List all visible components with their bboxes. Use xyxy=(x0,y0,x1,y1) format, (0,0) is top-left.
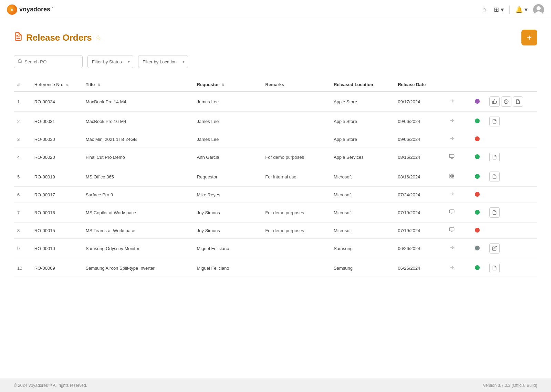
tools-button[interactable]: ⊞ ▾ xyxy=(492,4,506,16)
row-title: Surface Pro 9 xyxy=(82,187,194,203)
row-num: 1 xyxy=(14,92,31,112)
row-location: Apple Services xyxy=(330,147,394,167)
row-date: 08/16/2024 xyxy=(394,147,446,167)
col-header-requestor[interactable]: Requestor ⇅ xyxy=(194,78,262,92)
row-status-icon xyxy=(446,92,471,112)
row-actions xyxy=(486,258,537,278)
row-num: 4 xyxy=(14,147,31,167)
row-date: 09/17/2024 xyxy=(394,92,446,112)
page-header: Release Orders ☆ + xyxy=(14,30,537,45)
logo-icon: e xyxy=(7,4,17,15)
location-filter[interactable]: Filter by Location xyxy=(138,55,188,68)
svg-rect-15 xyxy=(450,174,451,176)
row-requestor: James Lee xyxy=(194,112,262,131)
row-remarks: For internal use xyxy=(262,167,330,187)
add-release-order-button[interactable]: + xyxy=(521,30,537,45)
row-remarks xyxy=(262,239,330,258)
row-title: MacBook Pro 14 M4 xyxy=(82,92,194,112)
svg-rect-12 xyxy=(450,154,454,157)
favorite-button[interactable]: ☆ xyxy=(95,34,101,41)
svg-line-6 xyxy=(21,62,22,63)
row-ref: RO-00016 xyxy=(31,203,82,223)
row-actions xyxy=(486,223,537,239)
row-title: Mac Mini 2021 1TB 24GB xyxy=(82,131,194,147)
sort-requestor-icon: ⇅ xyxy=(221,83,224,87)
row-title: Samsung Odyssey Monitor xyxy=(82,239,194,258)
svg-point-5 xyxy=(18,59,21,62)
action-doc-button[interactable] xyxy=(489,207,500,218)
table-row: 6 RO-00017 Surface Pro 9 Mike Reyes Micr… xyxy=(14,187,537,203)
row-actions xyxy=(486,112,537,131)
row-date: 07/24/2024 xyxy=(394,187,446,203)
app-footer: © 2024 Voyadores™ All rights reserved. V… xyxy=(0,379,551,392)
table-row: 3 RO-00030 Mac Mini 2021 1TB 24GB James … xyxy=(14,131,537,147)
col-header-ref[interactable]: Reference No. ⇅ xyxy=(31,78,82,92)
main-content: Release Orders ☆ + Filter by Status Filt… xyxy=(0,19,551,379)
row-date: 06/26/2024 xyxy=(394,239,446,258)
action-doc-button[interactable] xyxy=(513,96,523,107)
table-header: # Reference No. ⇅ Title ⇅ Requestor ⇅ Re… xyxy=(14,78,537,92)
notifications-button[interactable]: 🔔 ▾ xyxy=(513,4,530,16)
row-dot xyxy=(471,187,486,203)
row-requestor: Mike Reyes xyxy=(194,187,262,203)
page-title: Release Orders xyxy=(26,32,92,43)
row-title: MacBook Pro 16 M4 xyxy=(82,112,194,131)
sort-ref-icon: ⇅ xyxy=(66,83,69,87)
svg-point-1 xyxy=(537,6,541,10)
logo-area: e voyadores™ xyxy=(7,4,480,15)
action-edit-button[interactable] xyxy=(489,243,500,254)
avatar[interactable] xyxy=(533,4,544,15)
search-input[interactable] xyxy=(24,59,79,64)
svg-rect-18 xyxy=(450,176,451,178)
row-requestor: Requestor xyxy=(194,167,262,187)
row-actions xyxy=(486,147,537,167)
action-doc-button[interactable] xyxy=(489,263,500,273)
page-title-icon xyxy=(14,32,23,43)
col-header-num: # xyxy=(14,78,31,92)
search-box xyxy=(14,55,83,68)
header-separator xyxy=(509,6,510,14)
action-doc-button[interactable] xyxy=(489,172,500,182)
header-actions: ⌂ ⊞ ▾ 🔔 ▾ xyxy=(480,4,544,16)
row-location: Microsoft xyxy=(330,223,394,239)
row-title: MS Teams at Workspace xyxy=(82,223,194,239)
col-header-title[interactable]: Title ⇅ xyxy=(82,78,194,92)
row-status-icon xyxy=(446,131,471,147)
row-remarks xyxy=(262,187,330,203)
row-location: Samsung xyxy=(330,239,394,258)
row-requestor: James Lee xyxy=(194,131,262,147)
release-orders-table: # Reference No. ⇅ Title ⇅ Requestor ⇅ Re… xyxy=(14,78,537,278)
row-status-icon xyxy=(446,258,471,278)
row-status-icon xyxy=(446,112,471,131)
action-cancel-button[interactable] xyxy=(501,96,511,107)
action-doc-button[interactable] xyxy=(489,152,500,162)
row-remarks: For demo purposes xyxy=(262,203,330,223)
row-dot xyxy=(471,92,486,112)
row-requestor: James Lee xyxy=(194,92,262,112)
row-num: 7 xyxy=(14,203,31,223)
row-actions xyxy=(486,131,537,147)
logo-text: voyadores™ xyxy=(19,6,53,13)
location-filter-wrapper: Filter by Location xyxy=(138,55,188,68)
row-ref: RO-00034 xyxy=(31,92,82,112)
table-row: 9 RO-00010 Samsung Odyssey Monitor Migue… xyxy=(14,239,537,258)
row-date: 07/19/2024 xyxy=(394,223,446,239)
home-button[interactable]: ⌂ xyxy=(480,4,488,15)
row-remarks: For demo purposes xyxy=(262,223,330,239)
row-ref: RO-00010 xyxy=(31,239,82,258)
row-dot xyxy=(471,167,486,187)
status-filter[interactable]: Filter by Status xyxy=(87,55,133,68)
row-title: MS Copilot at Workspace xyxy=(82,203,194,223)
row-num: 6 xyxy=(14,187,31,203)
page-title-area: Release Orders ☆ xyxy=(14,32,101,43)
row-date: 09/06/2024 xyxy=(394,112,446,131)
row-dot xyxy=(471,203,486,223)
row-title: MS Office 365 xyxy=(82,167,194,187)
row-requestor: Joy Simons xyxy=(194,203,262,223)
action-thumb-button[interactable] xyxy=(489,96,500,107)
svg-line-9 xyxy=(505,100,508,103)
action-doc-button[interactable] xyxy=(489,116,500,126)
row-status-icon xyxy=(446,203,471,223)
col-header-status xyxy=(446,78,471,92)
row-remarks xyxy=(262,112,330,131)
